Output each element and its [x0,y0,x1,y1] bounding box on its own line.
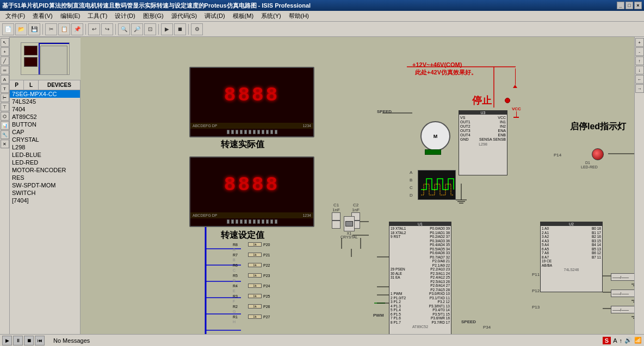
device-button[interactable]: BUTTON [10,121,80,128]
device-sw-spdt[interactable]: SW-SPDT-MOM [10,181,80,189]
device-7404b[interactable]: [7404] [10,197,80,204]
device-res[interactable]: RES [10,174,80,181]
lt-bus[interactable]: ═ [1,66,9,74]
device-at89c52[interactable]: AT89C52 [10,113,80,121]
rt-scroll-up[interactable]: ↑ [635,56,644,65]
tb-redo[interactable]: ↪ [101,23,113,35]
menu-design[interactable]: 设计(D) [112,11,138,21]
tb-copy[interactable]: 📋 [58,23,70,35]
menu-edit[interactable]: 编辑(E) [57,11,84,21]
led-d1-label: D1 [585,161,590,165]
stop-indicator [505,98,510,103]
u1-pin-p20: P2.0/A8 21 [391,259,450,263]
pause-button[interactable]: ⏸ [13,336,23,345]
tb-undo[interactable]: ↩ [88,23,100,35]
seg-top-pin [275,130,277,134]
lt-label[interactable]: A [1,75,9,84]
p34-label: P34 [483,325,491,330]
voltage-label: +12V~+46V(COM) [412,61,462,68]
status-text: No Messages [53,337,90,344]
device-led-blue[interactable]: LED-BLUE [10,151,80,159]
device-cap[interactable]: CAP [10,128,80,136]
status-bar: ▶ ⏸ ⏹ ⏮ No Messages S A ↑ 🔊 📶 [0,334,644,346]
device-74ls245[interactable]: 74LS245 [10,98,80,105]
rt-scroll-right[interactable]: → [635,84,644,93]
menu-file[interactable]: 文件(F) [2,11,28,21]
menu-template[interactable]: 模板(M) [230,11,257,21]
crystal-symbol: X1 CRYSTAL [340,216,358,239]
rt-zoom-in[interactable]: + [635,38,644,47]
u1-pin-rst: 9 RSTP0.2/AD2 37 [391,235,450,238]
devices-tab-p[interactable]: P [10,80,24,90]
menu-debug[interactable]: 调试(D) [201,11,228,21]
u1-pin-xtal2: 18 XTAL2P0.1/AD1 38 [391,231,450,235]
speed-p34-label: SPEED [461,319,476,324]
lt-graph[interactable]: 📊 [1,121,9,130]
device-motor-encoder[interactable]: MOTOR-ENCODER [10,166,80,174]
rt-zoom-out[interactable]: - [635,47,644,56]
led-label: 启停led指示灯 [570,121,626,133]
stop-button[interactable]: ⏹ [24,336,34,345]
lt-terminal[interactable]: ⊢ [1,93,9,102]
tb-prop[interactable]: ⚙ [191,23,203,35]
p12-label: P12 [532,288,540,293]
u1-pin-p27: P2.7/A15 28 [391,288,450,292]
play-button[interactable]: ▶ [2,336,12,345]
minimize-button[interactable]: _ [617,2,624,9]
tb-sep2 [85,24,86,35]
tb-zoom-in[interactable]: 🔍 [118,23,130,35]
window-title: 基于51单片机PID算法控制直流电机转速且数码管显示实际转速与设定速度的Prot… [2,2,311,10]
lt-wire[interactable]: ╱ [1,56,9,65]
rt-scroll-left[interactable]: ← [635,75,644,84]
u2-pin-a6: 7 A6B6 12 [542,251,601,255]
device-led-red[interactable]: LED-RED [10,159,80,166]
tb-run[interactable]: ▶ [161,23,173,35]
tb-open[interactable]: 📂 [15,23,27,35]
minimap[interactable] [10,37,81,80]
menu-help[interactable]: 帮助(H) [286,11,312,21]
device-crystal[interactable]: CRYSTAL [10,136,80,143]
lt-component[interactable]: + [1,47,9,56]
devices-tab-l[interactable]: L [24,80,38,90]
u2-pin-ab: AB/BA [542,263,601,267]
close-button[interactable]: × [634,2,642,9]
pwm-signal-label: PWM [373,313,384,318]
tb-new[interactable]: 📄 [2,23,14,35]
speed-set-label: 转速设定值 [221,230,264,241]
lt-power[interactable]: ⊤ [1,103,9,111]
u1-pin-p07: P0.7/AD7 32 [391,255,450,259]
device-switch[interactable]: SWITCH [10,189,80,197]
rt-scroll-down[interactable]: ↓ [635,66,644,74]
menu-graph[interactable]: 图形(G) [140,11,167,21]
seg-top-digit-label: 1234 [302,124,311,128]
seg-top-pin [262,130,264,134]
tb-cut[interactable]: ✂ [45,23,57,35]
device-7seg[interactable]: 7SEG-MPX4-CC [10,90,80,98]
status-speaker-icon: 🔊 [624,337,632,344]
menu-system[interactable]: 系统(Y) [258,11,284,21]
canvas-area[interactable]: 8888 ABCDEFG DP 1234 [81,37,634,334]
lt-delete[interactable]: ✕ [1,140,9,148]
u3-pin-out3: OUT3ENA [460,129,506,133]
device-l298[interactable]: L298 [10,143,80,151]
tb-zoom-out[interactable]: 🔎 [131,23,143,35]
step-button[interactable]: ⏮ [35,336,45,345]
maximize-button[interactable]: □ [626,2,633,9]
menu-view[interactable]: 查看(V) [29,11,56,21]
device-7404[interactable]: 7404 [10,105,80,113]
lt-text[interactable]: T [1,84,9,93]
menu-source[interactable]: 源代码(S) [168,11,201,21]
tb-zoom-fit[interactable]: ⊡ [144,23,156,35]
tb-paste[interactable]: 📌 [71,23,83,35]
lt-probe[interactable]: ⌬ [1,112,9,121]
menu-tools[interactable]: 工具(T) [84,11,110,21]
tb-sep4 [158,24,159,35]
lt-instrument[interactable]: 🔧 [1,130,9,139]
devices-header: P L DEVICES [10,80,80,90]
seg-top-pin-label: ABCDEFG DP [193,124,218,128]
lt-select[interactable]: ↖ [1,38,9,47]
tb-save[interactable]: 💾 [28,23,40,35]
devices-list[interactable]: 7SEG-MPX4-CC 74LS245 7404 AT89C52 BUTTON… [10,90,80,334]
circuit-canvas[interactable]: 8888 ABCDEFG DP 1234 [81,37,634,334]
tb-stop[interactable]: ⏹ [174,23,186,35]
